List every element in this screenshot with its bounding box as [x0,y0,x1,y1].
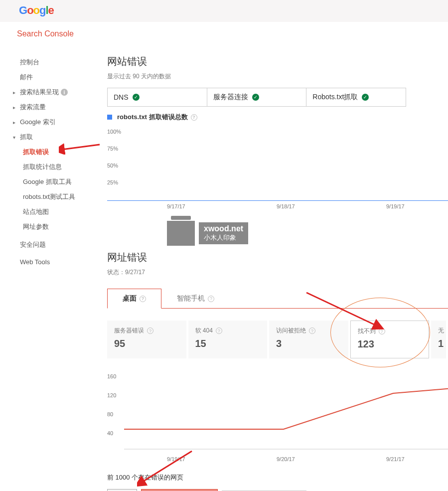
tab-robots-fetch[interactable]: Robots.txt抓取✓ [306,88,406,106]
main-content: 网站错误 显示过去 90 天内的数据 DNS✓ 服务器连接✓ Robots.tx… [102,46,448,491]
url-errors-title: 网址错误 [107,251,448,264]
sidebar-item-sitemaps[interactable]: 站点地图 [13,204,102,219]
svg-line-1 [306,293,376,326]
check-icon: ✓ [252,94,259,101]
watermark: xwood.net 小木人印象 [167,221,448,246]
chevron-right-icon: ▸ [13,105,18,110]
sidebar-item-robots-tester[interactable]: robots.txt测试工具 [13,189,102,204]
status-line: 状态：9/27/17 [107,268,448,277]
sidebar-item-url-params[interactable]: 网址参数 [13,219,102,234]
tab-desktop[interactable]: 桌面? [107,289,161,309]
console-title[interactable]: Search Console [17,29,74,38]
svg-line-3 [142,451,192,482]
robot-icon [167,221,195,246]
card-other[interactable]: 无 1 [431,321,446,358]
chart1-legend: robots.txt 抓取错误总数 ? [107,113,448,122]
google-logo: Google [19,4,54,16]
sidebar-item-fetch-as-google[interactable]: Google 抓取工具 [13,174,102,189]
sidebar: 控制台 邮件 ▸搜索结果呈现i ▸搜索流量 ▸Google 索引 ▾抓取 抓取错… [0,46,102,491]
mark-fixed-button[interactable]: 标记为已修复（0 个） [141,489,218,491]
site-errors-title: 网站错误 [107,55,448,68]
chevron-down-icon: ▾ [13,135,18,140]
sidebar-item-google-index[interactable]: ▸Google 索引 [13,115,102,130]
help-icon: ? [191,114,197,121]
robots-errors-chart: 100% 75% 50% 25% 9/17/17 9/18/17 9/19/17 [107,129,448,201]
check-icon: ✓ [133,94,140,101]
arrow-annotation-icon [301,290,391,334]
sidebar-item-web-tools[interactable]: Web Tools [13,255,102,269]
legend-square-icon [107,115,112,120]
not-found-chart: 160 120 80 40 9/19/17 9/20/17 9/21/17 [107,373,448,453]
sidebar-item-search-appearance[interactable]: ▸搜索结果呈现i [13,85,102,100]
sidebar-item-crawl-stats[interactable]: 抓取统计信息 [13,160,102,174]
header-bar: Google [0,0,448,22]
site-errors-subtitle: 显示过去 90 天内的数据 [107,72,448,81]
platform-tabs: 桌面? 智能手机? [107,289,448,309]
card-server-error[interactable]: 服务器错误? 95 [107,321,186,358]
sidebar-item-security[interactable]: 安全问题 [13,237,102,252]
check-icon: ✓ [362,94,369,101]
help-icon: ? [140,296,146,302]
sidebar-item-dashboard[interactable]: 控制台 [13,55,102,70]
arrow-annotation-icon [137,448,197,488]
sidebar-item-mail[interactable]: 邮件 [13,70,102,85]
sidebar-item-search-traffic[interactable]: ▸搜索流量 [13,100,102,115]
help-icon: ? [208,296,214,302]
site-error-tabs: DNS✓ 服务器连接✓ Robots.txt抓取✓ [107,88,406,107]
error-cards: 服务器错误? 95 软 404? 15 访问被拒绝? 3 找不到? 123 无 … [107,321,448,358]
arrow-annotation-icon [59,143,102,155]
svg-line-0 [62,145,100,150]
help-icon: ? [216,327,222,334]
tab-server-connectivity[interactable]: 服务器连接✓ [207,88,307,106]
card-soft-404[interactable]: 软 404? 15 [188,321,268,358]
console-bar: Search Console [0,22,448,46]
tab-dns[interactable]: DNS✓ [108,88,207,106]
help-icon: ? [147,327,153,334]
chevron-right-icon: ▸ [13,120,18,125]
footer-area: 前 1000 个存在错误的网页 下载 标记为已修复（0 个） ▼ [107,473,448,491]
chevron-right-icon: ▸ [13,90,18,95]
download-button[interactable]: 下载 [107,489,137,491]
info-icon: i [61,89,68,96]
line-chart-svg [124,373,448,453]
sidebar-item-crawl-errors[interactable]: 抓取错误 [13,145,102,160]
tab-smartphone[interactable]: 智能手机? [161,289,230,308]
